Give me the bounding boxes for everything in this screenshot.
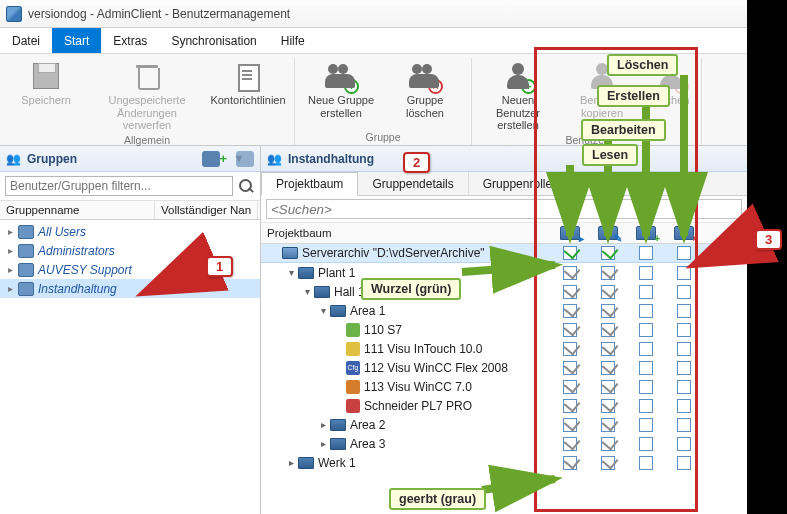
col-projektbaum[interactable]: Projektbaum	[261, 223, 551, 243]
perm-checkbox[interactable]	[601, 266, 615, 280]
menu-start[interactable]: Start	[52, 28, 101, 53]
menu-extras[interactable]: Extras	[101, 28, 159, 53]
col-fullname[interactable]: Vollständiger Nan	[155, 201, 258, 219]
perm-checkbox[interactable]	[563, 323, 577, 337]
perm-checkbox[interactable]	[677, 304, 691, 318]
ribbon-copy-user[interactable]: Benutzerkopieren	[564, 58, 640, 132]
group-filter-input[interactable]	[5, 176, 233, 196]
tree-row[interactable]: ▸Area 3	[261, 434, 747, 453]
perm-checkbox[interactable]	[601, 456, 615, 470]
ribbon-kontorichtlinien[interactable]: Kontorichtlinien	[210, 58, 286, 132]
menu-datei[interactable]: Datei	[0, 28, 52, 53]
perm-checkbox[interactable]	[563, 456, 577, 470]
tree-row[interactable]: 113 Visu WinCC 7.0	[261, 377, 747, 396]
perm-col-read-icon[interactable]: ▸	[560, 226, 580, 240]
tree-row[interactable]: Schneider PL7 PRO	[261, 396, 747, 415]
perm-checkbox[interactable]	[677, 246, 691, 260]
perm-checkbox[interactable]	[563, 418, 577, 432]
perm-checkbox[interactable]	[563, 361, 577, 375]
perm-checkbox[interactable]	[677, 361, 691, 375]
expander-icon[interactable]: ▸	[317, 438, 329, 449]
perm-checkbox[interactable]	[677, 285, 691, 299]
perm-checkbox[interactable]	[639, 437, 653, 451]
perm-checkbox[interactable]	[677, 437, 691, 451]
tree-row[interactable]: Serverarchiv "D:\vdServerArchive"	[261, 244, 747, 263]
tab-gruppendetails[interactable]: Gruppendetails	[358, 172, 468, 195]
perm-checkbox[interactable]	[639, 285, 653, 299]
perm-checkbox[interactable]	[677, 342, 691, 356]
tree-row[interactable]: ▸Area 2	[261, 415, 747, 434]
perm-checkbox[interactable]	[563, 399, 577, 413]
perm-checkbox[interactable]	[677, 266, 691, 280]
ribbon-new-user[interactable]: + Neuen Benutzererstellen	[480, 58, 556, 132]
group-item-auvesy-support[interactable]: ▸AUVESY Support	[0, 260, 260, 279]
perm-checkbox[interactable]	[639, 266, 653, 280]
expander-icon[interactable]: ▸	[317, 419, 329, 430]
perm-checkbox[interactable]	[677, 456, 691, 470]
perm-checkbox[interactable]	[639, 323, 653, 337]
expander-icon[interactable]: ▾	[285, 267, 297, 278]
ribbon-save[interactable]: Speichern	[8, 58, 84, 132]
perm-checkbox[interactable]	[639, 456, 653, 470]
menu-hilfe[interactable]: Hilfe	[269, 28, 317, 53]
search-icon[interactable]	[237, 177, 255, 195]
perm-checkbox[interactable]	[601, 380, 615, 394]
tab-gruppenrollen[interactable]: Gruppenrollen	[469, 172, 574, 195]
perm-checkbox[interactable]	[601, 418, 615, 432]
tree-row[interactable]: Cfg112 Visu WinCC Flex 2008	[261, 358, 747, 377]
perm-checkbox[interactable]	[563, 342, 577, 356]
add-group-icon[interactable]	[202, 151, 220, 167]
perm-checkbox[interactable]	[563, 266, 577, 280]
expander-icon[interactable]: ▾	[317, 305, 329, 316]
ribbon-delete-user[interactable]: × löschen	[648, 58, 693, 132]
perm-checkbox[interactable]	[601, 361, 615, 375]
pane-menu-icon[interactable]: ▾	[236, 151, 254, 167]
expander-icon[interactable]: ▸	[285, 457, 297, 468]
perm-checkbox[interactable]	[639, 342, 653, 356]
tab-projektbaum[interactable]: Projektbaum	[261, 172, 358, 196]
perm-checkbox[interactable]	[601, 437, 615, 451]
tree-row[interactable]: ▾Hall 1	[261, 282, 747, 301]
perm-checkbox[interactable]	[639, 246, 653, 260]
perm-checkbox[interactable]	[563, 304, 577, 318]
project-tree[interactable]: Serverarchiv "D:\vdServerArchive"▾Plant …	[261, 244, 747, 514]
perm-checkbox[interactable]	[563, 285, 577, 299]
tree-row[interactable]: ▾Plant 1	[261, 263, 747, 282]
tree-row[interactable]: ▾Area 1	[261, 301, 747, 320]
perm-col-create-icon[interactable]: +	[636, 226, 656, 240]
perm-checkbox[interactable]	[639, 399, 653, 413]
tree-row[interactable]: ▸Werk 1	[261, 453, 747, 472]
group-item-all-users[interactable]: ▸All Users	[0, 222, 260, 241]
perm-checkbox[interactable]	[639, 361, 653, 375]
tree-row[interactable]: 110 S7	[261, 320, 747, 339]
perm-checkbox[interactable]	[677, 399, 691, 413]
perm-col-delete-icon[interactable]: ×	[674, 226, 694, 240]
perm-checkbox[interactable]	[601, 304, 615, 318]
perm-checkbox[interactable]	[563, 380, 577, 394]
perm-checkbox[interactable]	[677, 380, 691, 394]
ribbon-delete-group[interactable]: × Gruppelöschen	[387, 58, 463, 129]
perm-checkbox[interactable]	[601, 342, 615, 356]
perm-checkbox[interactable]	[563, 246, 577, 260]
group-tree[interactable]: ▸All Users▸Administrators▸AUVESY Support…	[0, 220, 260, 514]
tree-search-input[interactable]	[266, 199, 742, 219]
perm-checkbox[interactable]	[677, 323, 691, 337]
perm-checkbox[interactable]	[601, 285, 615, 299]
perm-checkbox[interactable]	[601, 323, 615, 337]
ribbon-discard[interactable]: UngespeicherteÄnderungen verwerfen	[92, 58, 202, 132]
perm-checkbox[interactable]	[639, 304, 653, 318]
group-item-administrators[interactable]: ▸Administrators	[0, 241, 260, 260]
ribbon-new-group[interactable]: + Neue Gruppeerstellen	[303, 58, 379, 129]
perm-checkbox[interactable]	[639, 380, 653, 394]
perm-col-edit-icon[interactable]: ✎	[598, 226, 618, 240]
group-item-instandhaltung[interactable]: ▸Instandhaltung	[0, 279, 260, 298]
perm-checkbox[interactable]	[601, 246, 615, 260]
expander-icon[interactable]: ▾	[301, 286, 313, 297]
tree-row[interactable]: 111 Visu InTouch 10.0	[261, 339, 747, 358]
perm-checkbox[interactable]	[563, 437, 577, 451]
col-groupname[interactable]: Gruppenname	[0, 201, 155, 219]
perm-checkbox[interactable]	[601, 399, 615, 413]
menu-synchronisation[interactable]: Synchronisation	[159, 28, 268, 53]
perm-checkbox[interactable]	[639, 418, 653, 432]
perm-checkbox[interactable]	[677, 418, 691, 432]
